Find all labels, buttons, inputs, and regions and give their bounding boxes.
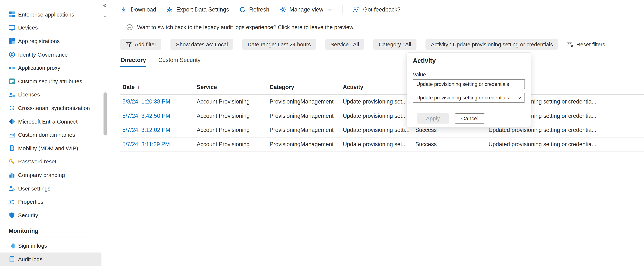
- cell-service: Account Provisioning: [197, 99, 270, 105]
- devices-icon: [8, 25, 15, 31]
- sidebar-item[interactable]: Audit logs: [0, 253, 102, 266]
- reset-filters-icon: [567, 41, 574, 47]
- sidebar-item[interactable]: Custom security attributes: [0, 75, 102, 88]
- sidebar-item-label: Audit logs: [18, 256, 42, 262]
- sidebar-item-label: Enterprise applications: [18, 12, 74, 18]
- sidebar-item-label: User settings: [18, 185, 50, 192]
- activity-value-input[interactable]: [413, 79, 525, 89]
- collapse-sidebar-button[interactable]: «: [102, 2, 106, 8]
- table-row[interactable]: 5/7/24, 3:42:50 PM Account Provisioning …: [120, 109, 644, 123]
- filter-pill[interactable]: Service : All: [325, 39, 364, 50]
- apply-button[interactable]: Apply: [417, 113, 449, 124]
- date-link[interactable]: 5/7/24, 3:11:39 PM: [122, 141, 170, 147]
- activity-value-dropdown[interactable]: Update provisioning setting or credentia…: [413, 93, 525, 102]
- got-feedback-button[interactable]: Got feedback?: [353, 6, 400, 13]
- sidebar-item[interactable]: Security: [0, 208, 102, 222]
- user-settings-icon: [8, 185, 15, 192]
- sidebar-item[interactable]: Devices: [0, 21, 102, 34]
- sidebar-item[interactable]: Application proxy: [0, 62, 102, 75]
- sidebar-item[interactable]: User settings: [0, 182, 102, 195]
- sidebar-item[interactable]: Enterprise applications: [0, 8, 102, 21]
- sidebar-item[interactable]: Cross-tenant synchronization: [0, 102, 102, 115]
- cell-date: 5/7/24, 3:11:39 PM: [122, 141, 197, 147]
- banner-message[interactable]: Want to switch back to the legacy audit …: [137, 24, 354, 30]
- cell-date: 5/7/24, 3:42:50 PM: [122, 113, 197, 119]
- column-header-category[interactable]: Category: [270, 84, 343, 90]
- sign-in-logs-icon: [8, 243, 15, 249]
- reset-filters-button[interactable]: Reset filters: [567, 39, 605, 50]
- sidebar-item-label: Custom security attributes: [18, 78, 82, 84]
- mobility-icon: [8, 145, 15, 152]
- cell-category: ProvisioningManagement: [270, 127, 343, 133]
- sidebar-item[interactable]: App registrations: [0, 34, 102, 48]
- feedback-icon: [353, 6, 360, 13]
- sidebar-item-label: Custom domain names: [18, 132, 75, 138]
- scrollbar-up-arrow[interactable]: ▲: [104, 14, 106, 17]
- cell-activity: Update provisioning setti...: [343, 127, 416, 133]
- filter-pill[interactable]: Category : All: [373, 39, 416, 50]
- toolbar-divider: [343, 5, 343, 14]
- column-header-service[interactable]: Service: [197, 84, 270, 90]
- sidebar-item[interactable]: Properties: [0, 195, 102, 208]
- table-header: Date ↓ Service Category Activity Status …: [120, 80, 644, 95]
- cell-date: 5/8/24, 1:20:38 PM: [122, 99, 197, 105]
- cell-activity: Update provisioning set...: [343, 141, 416, 147]
- add-filter-button[interactable]: Add filter: [120, 39, 162, 50]
- password-reset-icon: [8, 158, 15, 165]
- date-link[interactable]: 5/7/24, 3:12:02 PM: [122, 127, 170, 133]
- company-branding-icon: [8, 172, 15, 178]
- settings-gear-icon: [166, 6, 173, 13]
- value-label: Value: [413, 72, 525, 78]
- popup-title: Activity: [407, 53, 531, 68]
- sidebar-item-label: Sign-in logs: [18, 243, 47, 249]
- activity-filter-popup: Activity Value Update provisioning setti…: [406, 52, 531, 127]
- tab[interactable]: Directory: [120, 56, 146, 67]
- refresh-button[interactable]: Refresh: [239, 6, 270, 13]
- sidebar-item[interactable]: Password reset: [0, 155, 102, 168]
- refresh-icon: [239, 6, 246, 13]
- cell-activity: Update provisioning set...: [343, 113, 416, 119]
- cell-service: Account Provisioning: [197, 141, 270, 147]
- date-link[interactable]: 5/7/24, 3:42:50 PM: [122, 113, 170, 119]
- manage-view-button[interactable]: Manage view: [279, 6, 333, 13]
- cell-category: ProvisioningManagement: [270, 99, 343, 105]
- column-header-date[interactable]: Date ↓: [122, 84, 197, 90]
- entra-audit-logs-page: Enterprise applications Devices App regi…: [0, 0, 644, 266]
- sidebar-item[interactable]: Mobility (MDM and WIP): [0, 142, 102, 155]
- tab[interactable]: Custom Security: [158, 56, 201, 67]
- cancel-button[interactable]: Cancel: [454, 113, 485, 124]
- export-data-settings-button[interactable]: Export Data Settings: [166, 6, 229, 13]
- cell-status-reason: Updated provisioning setting or credenti…: [488, 127, 644, 133]
- sidebar-item[interactable]: Identity Governance: [0, 48, 102, 62]
- enterprise-applications-icon: [8, 11, 15, 18]
- filter-pill[interactable]: Date range: Last 24 hours: [242, 39, 316, 50]
- filter-funnel-icon: [126, 41, 132, 47]
- filter-pill[interactable]: Show dates as: Local: [171, 39, 233, 50]
- scrollbar-thumb[interactable]: [104, 92, 107, 136]
- table-row[interactable]: 5/8/24, 1:20:38 PM Account Provisioning …: [120, 95, 644, 109]
- filter-pill[interactable]: Activity : Update provisioning setting o…: [426, 39, 558, 50]
- sidebar-divider: [8, 237, 92, 237]
- sidebar-item-label: Properties: [18, 199, 43, 205]
- sidebar-item-label: Password reset: [18, 158, 56, 165]
- sidebar-item[interactable]: Licenses: [0, 88, 102, 102]
- sidebar-item[interactable]: Sign-in logs: [0, 239, 102, 252]
- cell-status: Success: [415, 127, 488, 133]
- popup-body: Value Update provisioning setting or cre…: [407, 68, 531, 127]
- chevron-down-icon: [517, 95, 522, 100]
- sidebar-nav: Enterprise applications Devices App regi…: [0, 0, 102, 222]
- table-row[interactable]: 5/7/24, 3:12:02 PM Account Provisioning …: [120, 123, 644, 137]
- sidebar-item[interactable]: Company branding: [0, 168, 102, 182]
- cell-date: 5/7/24, 3:12:02 PM: [122, 127, 197, 133]
- download-button[interactable]: Download: [120, 6, 156, 13]
- sidebar-item-label: Devices: [18, 25, 38, 31]
- sidebar-scrollbar: « ▲: [102, 0, 109, 266]
- date-link[interactable]: 5/8/24, 1:20:38 PM: [122, 99, 170, 105]
- sidebar-item-label: Application proxy: [18, 65, 60, 71]
- sidebar-item-label: Mobility (MDM and WIP): [18, 145, 78, 151]
- sidebar-item-label: Microsoft Entra Connect: [18, 118, 78, 125]
- column-header-activity[interactable]: Activity: [343, 84, 416, 90]
- sidebar-item[interactable]: Custom domain names: [0, 128, 102, 142]
- table-row[interactable]: 5/7/24, 3:11:39 PM Account Provisioning …: [120, 137, 644, 151]
- sidebar-item[interactable]: Microsoft Entra Connect: [0, 115, 102, 128]
